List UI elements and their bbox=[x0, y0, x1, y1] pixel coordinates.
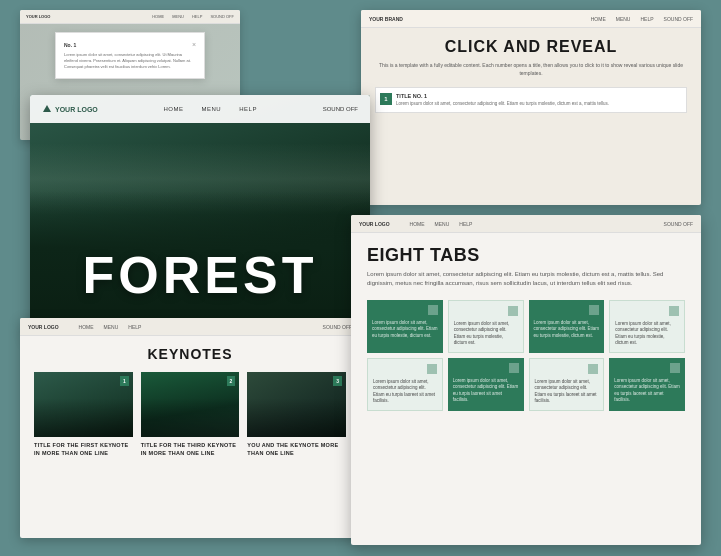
dialog-nav-links: HOME MENU HELP SOUND OFF bbox=[152, 14, 234, 19]
et-card-icon-7 bbox=[588, 364, 598, 374]
keynote-num-1: 1 bbox=[120, 376, 129, 386]
et-card-text-7: Lorem ipsum dolor sit amet, consectetur … bbox=[535, 379, 599, 404]
close-icon[interactable]: × bbox=[192, 41, 196, 48]
cr-item-num-1: 1 bbox=[380, 93, 392, 105]
et-card-icon-4 bbox=[669, 306, 679, 316]
dialog-nav-help[interactable]: HELP bbox=[192, 14, 202, 19]
et-card-text-8: Lorem ipsum dolor sit amet, consectetur … bbox=[614, 378, 680, 403]
cr-nav-sound[interactable]: SOUND OFF bbox=[664, 16, 693, 22]
dialog-nav-sound[interactable]: SOUND OFF bbox=[210, 14, 234, 19]
kn-nav-sound[interactable]: SOUND OFF bbox=[323, 324, 352, 330]
keynote-img-overlay-3 bbox=[247, 372, 346, 437]
keynote-card-title-3: YOU AND THE KEYNOTE MORE THAN ONE LINE bbox=[247, 442, 346, 457]
dialog-modal-text: Lorem ipsum dolor sit amet, consectetur … bbox=[64, 52, 196, 70]
keynote-card-img-3: 3 bbox=[247, 372, 346, 437]
et-card-icon-2 bbox=[508, 306, 518, 316]
forest-logo: YOUR LOGO bbox=[42, 104, 98, 114]
keynote-card-2[interactable]: 2 TITLE FOR THE THIRD KEYNOTE IN MORE TH… bbox=[141, 372, 240, 457]
eight-tabs-nav-links: HOME MENU HELP bbox=[410, 221, 473, 227]
et-card-text-6: Lorem ipsum dolor sit amet, consectetur … bbox=[453, 378, 519, 403]
et-card-8[interactable]: Lorem ipsum dolor sit amet, consectetur … bbox=[609, 358, 685, 411]
keynote-card-3[interactable]: 3 YOU AND THE KEYNOTE MORE THAN ONE LINE bbox=[247, 372, 346, 457]
et-card-1[interactable]: Lorem ipsum dolor sit amet, consectetur … bbox=[367, 300, 443, 353]
click-reveal-desc: This is a template with a fully editable… bbox=[375, 62, 687, 77]
cr-item-text-1: Lorem ipsum dolor sit amet, consectetur … bbox=[396, 101, 609, 107]
eight-tabs-slide: YOUR LOGO HOME MENU HELP SOUND OFF EIGHT… bbox=[351, 215, 701, 545]
et-card-text-4: Lorem ipsum dolor sit amet, consectetur … bbox=[615, 321, 679, 346]
keynote-num-2: 2 bbox=[227, 376, 236, 386]
et-card-text-1: Lorem ipsum dolor sit amet, consectetur … bbox=[372, 320, 438, 339]
keynote-img-overlay-1 bbox=[34, 372, 133, 437]
forest-nav: YOUR LOGO HOME MENU HELP SOUND OFF bbox=[30, 95, 370, 123]
eight-tabs-subtitle: Lorem ipsum dolor sit amet, consectetur … bbox=[367, 270, 685, 288]
keynote-card-img-2: 2 bbox=[141, 372, 240, 437]
et-card-5[interactable]: Lorem ipsum dolor sit amet, consectetur … bbox=[367, 358, 443, 411]
eight-tabs-logo: YOUR LOGO bbox=[359, 221, 390, 227]
eight-tabs-body: EIGHT TABS Lorem ipsum dolor sit amet, c… bbox=[351, 233, 701, 428]
et-card-4[interactable]: Lorem ipsum dolor sit amet, consectetur … bbox=[609, 300, 685, 353]
click-reveal-body: CLICK AND REVEAL This is a template with… bbox=[361, 28, 701, 121]
keynotes-nav-links: HOME MENU HELP bbox=[79, 324, 142, 330]
cr-item-title-1: TITLE NO. 1 bbox=[396, 93, 609, 99]
keynote-card-1[interactable]: 1 TITLE FOR THE FIRST KEYNOTE IN MORE TH… bbox=[34, 372, 133, 457]
cr-item-1[interactable]: 1 TITLE NO. 1 Lorem ipsum dolor sit amet… bbox=[375, 87, 687, 113]
forest-slide: YOUR LOGO HOME MENU HELP SOUND OFF FORES… bbox=[30, 95, 370, 335]
et-card-icon-1 bbox=[428, 305, 438, 315]
et-card-icon-6 bbox=[509, 363, 519, 373]
et-nav-sound[interactable]: SOUND OFF bbox=[664, 221, 693, 227]
click-reveal-nav: YOUR BRAND HOME MENU HELP SOUND OFF bbox=[361, 10, 701, 28]
main-container: YOUR LOGO HOME MENU HELP SOUND OFF No. 1… bbox=[0, 0, 721, 556]
forest-nav-sound[interactable]: SOUND OFF bbox=[323, 106, 358, 112]
click-reveal-title: CLICK AND REVEAL bbox=[375, 38, 687, 56]
et-card-icon-8 bbox=[670, 363, 680, 373]
kn-nav-help[interactable]: HELP bbox=[128, 324, 141, 330]
kn-nav-home[interactable]: HOME bbox=[79, 324, 94, 330]
dialog-modal-title: No. 1 bbox=[64, 42, 76, 48]
et-card-icon-5 bbox=[427, 364, 437, 374]
eight-tabs-title: EIGHT TABS bbox=[367, 245, 685, 266]
keynote-card-title-1: TITLE FOR THE FIRST KEYNOTE IN MORE THAN… bbox=[34, 442, 133, 457]
et-nav-home[interactable]: HOME bbox=[410, 221, 425, 227]
cr-nav-home[interactable]: HOME bbox=[591, 16, 606, 22]
click-reveal-logo: YOUR BRAND bbox=[369, 16, 403, 22]
keynote-img-overlay-2 bbox=[141, 372, 240, 437]
et-card-icon-3 bbox=[589, 305, 599, 315]
keynotes-logo: YOUR LOGO bbox=[28, 324, 59, 330]
et-card-6[interactable]: Lorem ipsum dolor sit amet, consectetur … bbox=[448, 358, 524, 411]
keynotes-title: KEYNOTES bbox=[34, 346, 346, 362]
cr-nav-help[interactable]: HELP bbox=[640, 16, 653, 22]
forest-nav-help[interactable]: HELP bbox=[239, 106, 257, 112]
et-card-7[interactable]: Lorem ipsum dolor sit amet, consectetur … bbox=[529, 358, 605, 411]
keynote-num-3: 3 bbox=[333, 376, 342, 386]
keynotes-cards: 1 TITLE FOR THE FIRST KEYNOTE IN MORE TH… bbox=[34, 372, 346, 457]
et-card-text-2: Lorem ipsum dolor sit amet, consectetur … bbox=[454, 321, 518, 346]
keynotes-body: KEYNOTES 1 TITLE FOR THE FIRST KEYNOTE I… bbox=[20, 336, 360, 467]
et-nav-menu[interactable]: MENU bbox=[435, 221, 450, 227]
dialog-nav-menu[interactable]: MENU bbox=[172, 14, 184, 19]
click-reveal-slide: YOUR BRAND HOME MENU HELP SOUND OFF CLIC… bbox=[361, 10, 701, 205]
kn-nav-menu[interactable]: MENU bbox=[104, 324, 119, 330]
cr-nav-menu[interactable]: MENU bbox=[616, 16, 631, 22]
dialog-modal-header: No. 1 × bbox=[64, 41, 196, 48]
forest-nav-home[interactable]: HOME bbox=[164, 106, 184, 112]
eight-tabs-nav: YOUR LOGO HOME MENU HELP SOUND OFF bbox=[351, 215, 701, 233]
click-reveal-items: 1 TITLE NO. 1 Lorem ipsum dolor sit amet… bbox=[375, 87, 687, 113]
dialog-nav-home[interactable]: HOME bbox=[152, 14, 164, 19]
keynotes-nav: YOUR LOGO HOME MENU HELP SOUND OFF bbox=[20, 318, 360, 336]
et-card-text-3: Lorem ipsum dolor sit amet, consectetur … bbox=[534, 320, 600, 339]
et-nav-help[interactable]: HELP bbox=[459, 221, 472, 227]
keynote-card-title-2: TITLE FOR THE THIRD KEYNOTE IN MORE THAN… bbox=[141, 442, 240, 457]
click-reveal-nav-links: HOME MENU HELP SOUND OFF bbox=[591, 16, 693, 22]
forest-nav-menu[interactable]: MENU bbox=[202, 106, 222, 112]
eight-tabs-bottom-grid: Lorem ipsum dolor sit amet, consectetur … bbox=[367, 358, 685, 411]
tree-icon bbox=[42, 104, 52, 114]
dialog-logo: YOUR LOGO bbox=[26, 14, 50, 19]
dialog-nav: YOUR LOGO HOME MENU HELP SOUND OFF bbox=[20, 10, 240, 24]
forest-nav-links: HOME MENU HELP bbox=[164, 106, 257, 112]
cr-item-content-1: TITLE NO. 1 Lorem ipsum dolor sit amet, … bbox=[396, 93, 609, 107]
keynotes-slide: YOUR LOGO HOME MENU HELP SOUND OFF KEYNO… bbox=[20, 318, 360, 538]
forest-title: FOREST bbox=[30, 245, 370, 305]
et-card-2[interactable]: Lorem ipsum dolor sit amet, consectetur … bbox=[448, 300, 524, 353]
svg-marker-0 bbox=[43, 105, 51, 112]
et-card-3[interactable]: Lorem ipsum dolor sit amet, consectetur … bbox=[529, 300, 605, 353]
